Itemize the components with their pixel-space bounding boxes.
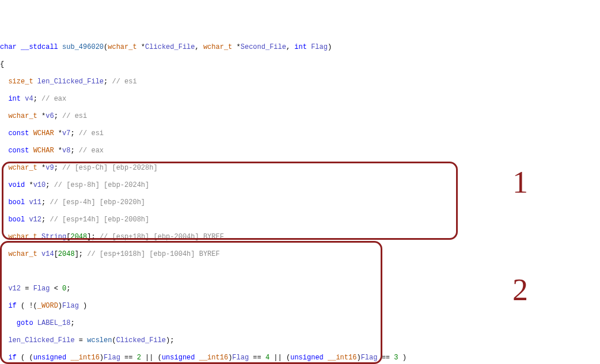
code-line: bool v12; // [esp+14h] [ebp-2008h] <box>0 216 600 224</box>
comment: // esi <box>112 78 136 86</box>
op: = <box>21 285 33 293</box>
punct: ; <box>70 147 78 155</box>
punct: ; <box>70 129 78 137</box>
identifier: Flag <box>232 354 249 362</box>
op: = <box>75 336 88 344</box>
indent <box>0 78 8 86</box>
indent <box>0 336 8 344</box>
indent <box>0 164 8 172</box>
punct: || ( <box>141 354 162 362</box>
keyword: if <box>8 354 16 362</box>
keyword: __stdcall <box>17 43 62 51</box>
identifier: String <box>41 233 66 241</box>
identifier: len_Clicked_File <box>37 78 104 86</box>
space <box>29 147 33 155</box>
indent <box>0 216 8 224</box>
punct: ; <box>66 285 70 293</box>
comment: // esi <box>79 129 104 137</box>
punct: ; <box>45 181 54 189</box>
space <box>33 78 37 86</box>
comment: // [esp+1018h] [ebp-1004h] BYREF <box>87 250 219 258</box>
label: LABEL_18 <box>37 319 71 327</box>
punct: ]; <box>87 233 100 241</box>
brace: { <box>0 60 4 68</box>
keyword: int <box>8 95 21 103</box>
space <box>37 250 41 258</box>
comment: // [esp+14h] [ebp-2008h] <box>50 216 149 224</box>
punct: ( !( <box>17 302 37 310</box>
code-line: wchar_t *v6; // esi <box>0 112 600 121</box>
code-line: char __stdcall sub_496020(wchar_t *Click… <box>0 43 600 52</box>
indent <box>0 181 8 189</box>
code-line: len_Clicked_File = wcslen(Clicked_File); <box>0 336 600 345</box>
space <box>324 354 328 362</box>
punct: ) <box>398 354 406 362</box>
code-line: wchar_t *v9; // [esp-Ch] [ebp-2028h] <box>0 164 600 173</box>
space <box>195 354 199 362</box>
punct: ; <box>33 95 41 103</box>
code-line <box>0 267 600 276</box>
comment: // eax <box>79 147 104 155</box>
identifier: v9 <box>45 164 54 172</box>
comment: // [esp+18h] [ebp-2004h] BYREF <box>100 233 224 241</box>
code-line: wchar_t String[2048]; // [esp+18h] [ebp-… <box>0 233 600 242</box>
indent <box>0 233 8 241</box>
type: __int16 <box>199 354 228 362</box>
decompiler-code-view: char __stdcall sub_496020(wchar_t *Click… <box>0 35 600 364</box>
punct: ; <box>104 78 112 86</box>
comment: // eax <box>41 95 66 103</box>
op: == <box>377 354 394 362</box>
punct: ) <box>79 302 87 310</box>
punct: ; <box>54 112 62 120</box>
punct: [ <box>54 250 58 258</box>
identifier: Clicked_File <box>145 43 195 51</box>
punct: ) <box>356 354 360 362</box>
comment: // [esp-4h] [ebp-2020h] <box>50 198 145 206</box>
indent <box>0 112 8 120</box>
comment: // esi <box>62 112 87 120</box>
punct: ; <box>41 216 50 224</box>
identifier: v8 <box>62 147 70 155</box>
punct: || ( <box>269 354 290 362</box>
code-line: if ( (unsigned __int16)Flag == 2 || (uns… <box>0 354 600 362</box>
punct: ; <box>54 164 62 172</box>
identifier: v6 <box>45 112 54 120</box>
code-line: if ( !(_WORD)Flag ) <box>0 302 600 311</box>
space <box>37 233 41 241</box>
code-line: const WCHAR *v7; // esi <box>0 129 600 138</box>
punct: ]; <box>75 250 88 258</box>
type: _WORD <box>37 302 58 310</box>
type: wchar_t <box>8 164 37 172</box>
type: __int16 <box>70 354 99 362</box>
type: wchar_t <box>8 112 37 120</box>
code-line: size_t len_Clicked_File; // esi <box>0 78 600 86</box>
space: * <box>54 129 62 137</box>
number: 2048 <box>58 250 75 258</box>
space <box>29 129 33 137</box>
type: wchar_t <box>8 233 37 241</box>
op: == <box>249 354 265 362</box>
indent <box>0 129 8 137</box>
punct: ) <box>328 43 332 51</box>
indent <box>0 147 8 155</box>
punct: * <box>137 43 145 51</box>
identifier: v7 <box>62 129 70 137</box>
identifier: v12 <box>8 285 21 293</box>
indent <box>0 95 8 103</box>
identifier: Second_File <box>241 43 286 51</box>
punct: , <box>286 43 294 51</box>
code-line: goto LABEL_18; <box>0 319 600 328</box>
indent <box>0 250 8 258</box>
indent <box>0 319 17 327</box>
keyword: void <box>8 181 25 189</box>
type: wchar_t <box>203 43 232 51</box>
comment: // [esp-8h] [ebp-2024h] <box>54 181 150 189</box>
keyword: const <box>8 147 29 155</box>
keyword: if <box>8 302 16 310</box>
code-line: void *v10; // [esp-8h] [ebp-2024h] <box>0 181 600 190</box>
number: 2 <box>137 354 141 362</box>
keyword: int <box>294 43 307 51</box>
keyword: unsigned <box>33 354 67 362</box>
indent <box>0 302 8 310</box>
type: size_t <box>8 78 33 86</box>
